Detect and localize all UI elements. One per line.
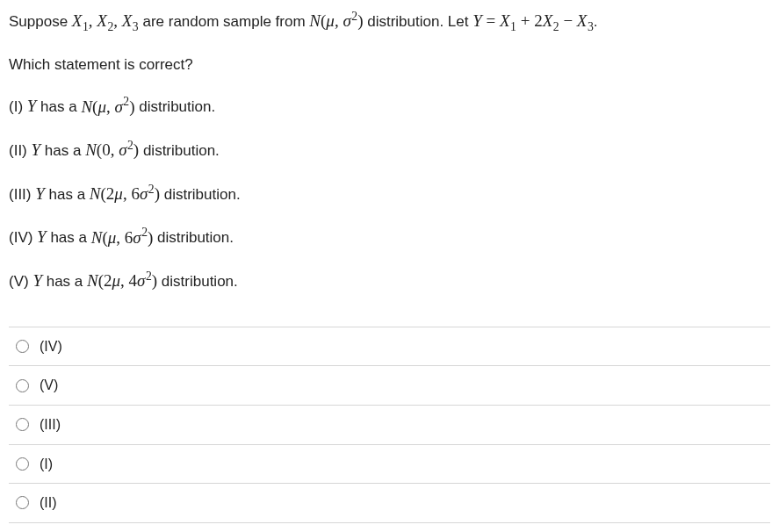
math-dist: N(2μ, 6σ2) <box>90 184 160 203</box>
stmt-label: (V) <box>9 273 32 290</box>
question-line-1: Suppose X1, X2, X3 are random sample fro… <box>9 7 770 37</box>
statement-3: (III) Y has a N(2μ, 6σ2) distribution. <box>9 180 770 208</box>
stmt-label: (III) <box>9 186 35 203</box>
statement-5: (V) Y has a N(2μ, 4σ2) distribution. <box>9 267 770 295</box>
stmt-label: (II) <box>9 142 32 159</box>
option-label: (III) <box>40 413 61 436</box>
math-dist: N(0, σ2) <box>85 140 139 159</box>
statement-4: (IV) Y has a N(μ, 6σ2) distribution. <box>9 223 770 251</box>
option-ii-radio[interactable] <box>16 496 29 509</box>
option-label: (II) <box>40 492 57 514</box>
stmt-label: (IV) <box>9 230 37 247</box>
option-iv-radio[interactable] <box>16 340 29 353</box>
statement-2: (II) Y has a N(0, σ2) distribution. <box>9 136 770 164</box>
option-iii-radio[interactable] <box>16 418 29 431</box>
math-dist: N(2μ, 4σ2) <box>87 271 157 290</box>
math-vars: X1, X2, X3 <box>72 11 139 30</box>
question-stem: Suppose X1, X2, X3 are random sample fro… <box>9 7 770 295</box>
option-label: (I) <box>40 453 53 476</box>
option-v[interactable]: (V) <box>9 366 770 406</box>
text: . <box>594 13 598 30</box>
text: are random sample from <box>139 13 310 30</box>
option-v-radio[interactable] <box>16 379 29 392</box>
stmt-label: (I) <box>9 99 27 116</box>
math-dist: N(μ, σ2) <box>309 11 363 30</box>
option-i[interactable]: (I) <box>9 445 770 485</box>
answer-options: (IV) (V) (III) (I) (II) <box>9 327 770 523</box>
text: distribution. Let <box>363 13 472 30</box>
math-eq: Y = X1 + 2X2 − X3 <box>472 11 594 30</box>
math-dist: N(μ, σ2) <box>81 97 134 116</box>
option-i-radio[interactable] <box>16 457 29 471</box>
math-dist: N(μ, 6σ2) <box>91 228 154 247</box>
option-label: (IV) <box>40 335 62 358</box>
option-iv[interactable]: (IV) <box>9 327 770 367</box>
statement-1: (I) Y has a N(μ, σ2) distribution. <box>9 92 770 120</box>
option-label: (V) <box>40 374 58 397</box>
text: Suppose <box>9 13 72 30</box>
option-iii[interactable]: (III) <box>9 406 770 445</box>
option-ii[interactable]: (II) <box>9 484 770 523</box>
question-line-2: Which statement is correct? <box>9 53 770 76</box>
